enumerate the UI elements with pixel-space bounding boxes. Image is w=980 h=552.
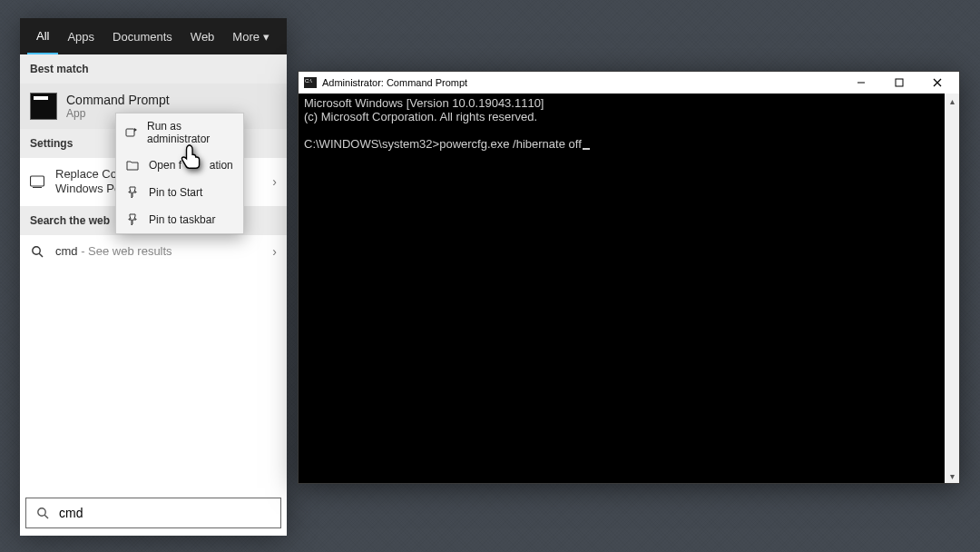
command-prompt-window: Administrator: Command Prompt Microsoft …: [298, 71, 960, 484]
ctx-label: Pin to Start: [149, 186, 202, 199]
search-icon: [35, 506, 50, 520]
cmd-app-icon: [304, 77, 317, 88]
svg-point-2: [33, 246, 40, 253]
svg-rect-6: [126, 129, 134, 136]
context-menu: Run as administrator Open file location …: [115, 113, 244, 234]
search-box[interactable]: [25, 498, 281, 528]
tab-more[interactable]: More ▾: [223, 18, 279, 54]
ctx-label: Run as administrator: [147, 120, 234, 145]
settings-switch-icon: [30, 174, 44, 189]
svg-point-4: [38, 508, 45, 516]
command-prompt-icon: [30, 93, 57, 120]
search-icon: [30, 244, 44, 259]
tab-web[interactable]: Web: [181, 18, 224, 54]
folder-icon: [125, 158, 140, 172]
maximize-button[interactable]: [883, 73, 916, 93]
scroll-up-button[interactable]: ▴: [945, 94, 959, 108]
scrollbar[interactable]: ▴ ▾: [945, 94, 959, 483]
close-button[interactable]: [921, 73, 954, 93]
run-admin-icon: [125, 125, 138, 140]
titlebar[interactable]: Administrator: Command Prompt: [299, 72, 959, 94]
chevron-right-icon: ›: [272, 244, 277, 259]
scroll-down-button[interactable]: ▾: [945, 468, 959, 483]
terminal-output[interactable]: Microsoft Windows [Version 10.0.19043.11…: [299, 94, 945, 483]
tab-documents[interactable]: Documents: [103, 18, 181, 54]
search-input[interactable]: [59, 506, 271, 520]
web-result-item[interactable]: cmd - See web results ›: [20, 235, 287, 268]
pin-taskbar-icon: [125, 212, 140, 227]
spacer: [20, 268, 287, 493]
ctx-pin-to-taskbar[interactable]: Pin to taskbar: [116, 206, 243, 233]
best-match-title: Command Prompt: [66, 93, 170, 107]
tab-more-label: More: [232, 30, 260, 44]
ctx-pin-to-start[interactable]: Pin to Start: [116, 179, 243, 206]
chevron-down-icon: ▾: [263, 30, 270, 44]
svg-rect-8: [896, 79, 903, 86]
web-result-label: cmd - See web results: [55, 244, 172, 258]
chevron-right-icon: ›: [272, 174, 277, 189]
window-title: Administrator: Command Prompt: [322, 77, 467, 88]
search-tabs: All Apps Documents Web More ▾: [20, 18, 287, 54]
tab-apps[interactable]: Apps: [58, 18, 103, 54]
cursor-caret: [583, 148, 590, 150]
header-best-match: Best match: [20, 54, 287, 84]
minimize-button[interactable]: [845, 73, 877, 93]
svg-rect-0: [31, 176, 44, 186]
cursor-pointer-icon: [180, 143, 207, 171]
svg-line-3: [39, 253, 43, 257]
ctx-label: Pin to taskbar: [149, 213, 215, 226]
svg-line-5: [44, 515, 48, 518]
tab-all[interactable]: All: [27, 18, 58, 54]
start-search-panel: All Apps Documents Web More ▾ Best match…: [20, 18, 287, 536]
pin-icon: [125, 185, 140, 200]
svg-rect-1: [33, 187, 42, 188]
